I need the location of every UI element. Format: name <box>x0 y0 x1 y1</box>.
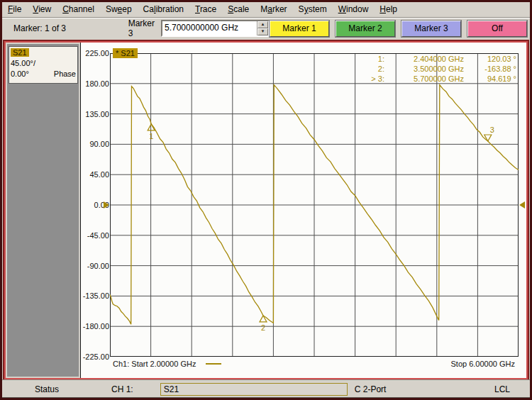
marker-readout-row: > 3:5.700000 GHz94.619 ° <box>362 74 516 84</box>
app-window: FileViewChannelSweepCalibrationTraceScal… <box>0 0 532 400</box>
y-tick-label: -180.00 <box>81 322 109 330</box>
status-bar: Status CH 1: S21 C 2-Port LCL <box>2 379 530 398</box>
y-tick-label: 45.00 <box>81 170 109 179</box>
spin-down-button[interactable]: ▼ <box>257 28 268 35</box>
lcl-mode-label: LCL <box>494 384 510 394</box>
trace-label-chip[interactable]: * S21 <box>113 48 138 58</box>
trace-color-key <box>206 363 221 365</box>
reference-level-indicator-right <box>519 201 525 209</box>
correction-status: C 2-Port <box>355 384 387 394</box>
display-client-area: S21 45.00°/ 0.00° Phase 225.00180.00135.… <box>3 40 529 381</box>
svg-text:2: 2 <box>261 323 265 332</box>
y-tick-label: -225.00 <box>81 352 109 361</box>
button-marker-3[interactable]: Marker 3 <box>401 21 461 37</box>
menu-view[interactable]: View <box>27 2 57 16</box>
marker-toolbar: Marker: 1 of 3 Marker 3 5.7000000000 GHz… <box>2 18 530 39</box>
menu-scale[interactable]: Scale <box>222 2 255 16</box>
stop-frequency-label: Stop 6.00000 GHz <box>450 360 515 368</box>
y-tick-label: -135.00 <box>81 291 109 300</box>
button-off[interactable]: Off <box>467 21 527 37</box>
trace-sidebar: S21 45.00°/ 0.00° Phase <box>7 44 80 377</box>
trace-status-panel: S21 45.00°/ 0.00° Phase <box>9 46 78 84</box>
button-marker-1[interactable]: Marker 1 <box>270 21 329 37</box>
marker-button-group: Marker 1Marker 2Marker 3Off <box>270 21 527 37</box>
marker-readout: 1:2.404000 GHz120.03 °2:3.500000 GHz-163… <box>362 54 516 84</box>
menu-bar: FileViewChannelSweepCalibrationTraceScal… <box>2 2 530 18</box>
spin-up-button[interactable]: ▲ <box>257 21 268 28</box>
marker-stimulus-spinbox[interactable]: 5.7000000000 GHz ▲ ▼ <box>161 20 270 37</box>
channel-label: CH 1: <box>111 384 133 394</box>
trace-name-chip[interactable]: S21 <box>11 48 29 57</box>
plot-grid[interactable]: 123 * S21 1:2.404000 GHz120.03 °2:3.5000… <box>110 53 519 357</box>
y-tick-label: 135.00 <box>81 110 109 118</box>
menu-help[interactable]: Help <box>374 2 403 16</box>
menu-channel[interactable]: Channel <box>57 2 100 16</box>
graph-area: 225.00180.00135.0090.0045.000.00-45.00-9… <box>80 43 526 378</box>
start-frequency-label: Ch1: Start 2.00000 GHz <box>113 360 196 368</box>
trace-reference-value: 0.00° <box>11 69 29 79</box>
menu-trace[interactable]: Trace <box>189 2 222 16</box>
marker-status-label: Marker: 1 of 3 <box>13 23 113 33</box>
menu-sweep[interactable]: Sweep <box>100 2 138 16</box>
svg-text:1: 1 <box>149 132 153 140</box>
reference-level-indicator-left <box>104 201 109 209</box>
marker-readout-row: 2:3.500000 GHz-163.88 ° <box>362 64 516 74</box>
status-label: Status <box>35 384 59 394</box>
marker-stimulus-label: Marker 3 <box>128 18 157 38</box>
y-tick-label: 225.00 <box>81 49 109 57</box>
x-axis-labels: Ch1: Start 2.00000 GHz Stop 6.00000 GHz <box>110 360 515 368</box>
menu-window[interactable]: Window <box>333 2 375 16</box>
marker-stimulus-value[interactable]: 5.7000000000 GHz <box>162 21 257 35</box>
menu-marker[interactable]: Marker <box>255 2 292 16</box>
button-marker-2[interactable]: Marker 2 <box>336 21 395 37</box>
svg-text:3: 3 <box>490 126 494 134</box>
phase-trace-plot[interactable]: 123 <box>110 53 519 357</box>
y-tick-label: -45.00 <box>81 231 109 240</box>
menu-system[interactable]: System <box>293 2 333 16</box>
y-tick-label: -90.00 <box>81 262 109 270</box>
spinner-buttons: ▲ ▼ <box>257 21 268 35</box>
trace-format-label: Phase <box>54 69 76 79</box>
measurement-box: S21 <box>160 383 348 396</box>
menu-file[interactable]: File <box>2 2 27 16</box>
menu-calibration[interactable]: Calibration <box>138 2 189 16</box>
trace-scale-per-div: 45.00°/ <box>11 58 76 69</box>
y-tick-label: 180.00 <box>81 79 109 88</box>
y-tick-label: 90.00 <box>81 140 109 148</box>
marker-readout-row: 1:2.404000 GHz120.03 ° <box>362 54 516 64</box>
